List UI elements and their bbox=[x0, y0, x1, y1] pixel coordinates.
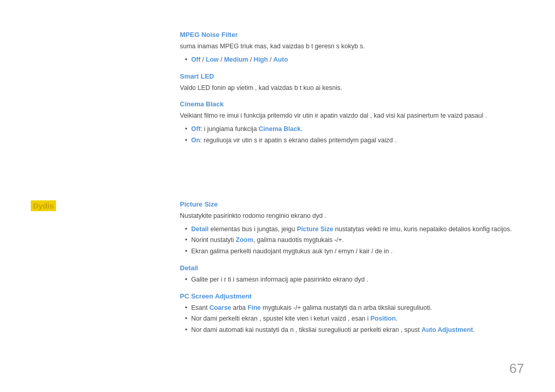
highlight-low: Low bbox=[206, 56, 219, 63]
cinema-black-heading: Cinema Black bbox=[180, 100, 524, 108]
cinema-black-block: Cinema Black Veikiant filmo re imui i fu… bbox=[180, 100, 524, 146]
picture-size-list: Detail elementas bus i jungtas, jeigu Pi… bbox=[185, 224, 524, 257]
cinema-black-list: Off: i jungiama funkcija Cinema Black. O… bbox=[185, 124, 524, 146]
highlight-off: Off bbox=[191, 125, 200, 133]
detail-heading: Detail bbox=[180, 264, 524, 272]
page-container: MPEG Noise Filter suma inamas MPEG triuk… bbox=[0, 0, 555, 392]
separator: / bbox=[202, 56, 206, 63]
list-item: Norint nustatyti Zoom, galima naudotis m… bbox=[185, 235, 524, 246]
highlight-cinema-black-1: Cinema Black bbox=[258, 125, 301, 133]
list-item: Nor dami perkelti ekran , spustel kite v… bbox=[185, 313, 524, 324]
detail-list: Galite per i r ti i samesn informacij ap… bbox=[185, 274, 524, 285]
pc-screen-adjustment-heading: PC Screen Adjustment bbox=[180, 292, 524, 300]
smart-led-heading: Smart LED bbox=[180, 72, 524, 80]
picture-size-heading: Picture Size bbox=[180, 200, 524, 208]
smart-led-block: Smart LED Valdo LED fonin ap vietim , ka… bbox=[180, 72, 524, 93]
separator: / bbox=[250, 56, 254, 63]
highlight-position: Position bbox=[371, 315, 396, 322]
picture-size-block: Picture Size Nustatykite pasirinkto rodo… bbox=[180, 200, 524, 257]
top-section: MPEG Noise Filter suma inamas MPEG triuk… bbox=[180, 31, 524, 153]
list-item: Nor dami automati kai nustatyti da n , t… bbox=[185, 325, 524, 335]
bottom-section: Picture Size Nustatykite pasirinkto rodo… bbox=[180, 200, 524, 343]
list-item: Detail elementas bus i jungtas, jeigu Pi… bbox=[185, 224, 524, 235]
separator: / bbox=[270, 56, 273, 63]
list-item: Esant Coarse arba Fine mygtukais -/+ gal… bbox=[185, 303, 524, 313]
list-item: On: reguliuoja vir utin s ir apatin s ek… bbox=[185, 135, 524, 146]
highlight-high: High bbox=[254, 56, 268, 63]
highlight-fine: Fine bbox=[248, 304, 261, 311]
highlight-medium: Medium bbox=[224, 56, 248, 63]
highlight-zoom: Zoom bbox=[236, 236, 253, 244]
highlight-auto-adjustment: Auto Adjustment bbox=[421, 326, 473, 333]
mpeg-noise-filter-heading: MPEG Noise Filter bbox=[180, 31, 524, 39]
pc-screen-adjustment-list: Esant Coarse arba Fine mygtukais -/+ gal… bbox=[185, 303, 524, 335]
separator: / bbox=[220, 56, 224, 63]
highlight-picture-size: Picture Size bbox=[297, 226, 334, 233]
detail-block: Detail Galite per i r ti i samesn inform… bbox=[180, 264, 524, 285]
highlight-off: Off bbox=[191, 56, 200, 63]
cinema-black-text: Veikiant filmo re imui i funkcija pritem… bbox=[180, 110, 524, 121]
highlight-auto: Auto bbox=[273, 56, 288, 63]
list-item: Ekran galima perkelti naudojant mygtukus… bbox=[185, 246, 524, 257]
dydis-label: Dydis bbox=[31, 200, 56, 211]
list-item: Galite per i r ti i samesn informacij ap… bbox=[185, 274, 524, 285]
smart-led-text: Valdo LED fonin ap vietim , kad vaizdas … bbox=[180, 83, 524, 93]
page-number: 67 bbox=[509, 361, 524, 377]
list-item: Off: i jungiama funkcija Cinema Black. bbox=[185, 124, 524, 135]
mpeg-noise-filter-block: MPEG Noise Filter suma inamas MPEG triuk… bbox=[180, 31, 524, 65]
picture-size-text: Nustatykite pasirinkto rodomo renginio e… bbox=[180, 211, 524, 221]
highlight-detail: Detail bbox=[191, 226, 209, 233]
highlight-coarse: Coarse bbox=[209, 304, 231, 311]
mpeg-noise-filter-list: Off / Low / Medium / High / Auto bbox=[185, 54, 524, 65]
list-item: Off / Low / Medium / High / Auto bbox=[185, 54, 524, 65]
pc-screen-adjustment-block: PC Screen Adjustment Esant Coarse arba F… bbox=[180, 292, 524, 335]
highlight-on: On bbox=[191, 137, 200, 144]
mpeg-noise-filter-text: suma inamas MPEG triuk mas, kad vaizdas … bbox=[180, 41, 524, 51]
